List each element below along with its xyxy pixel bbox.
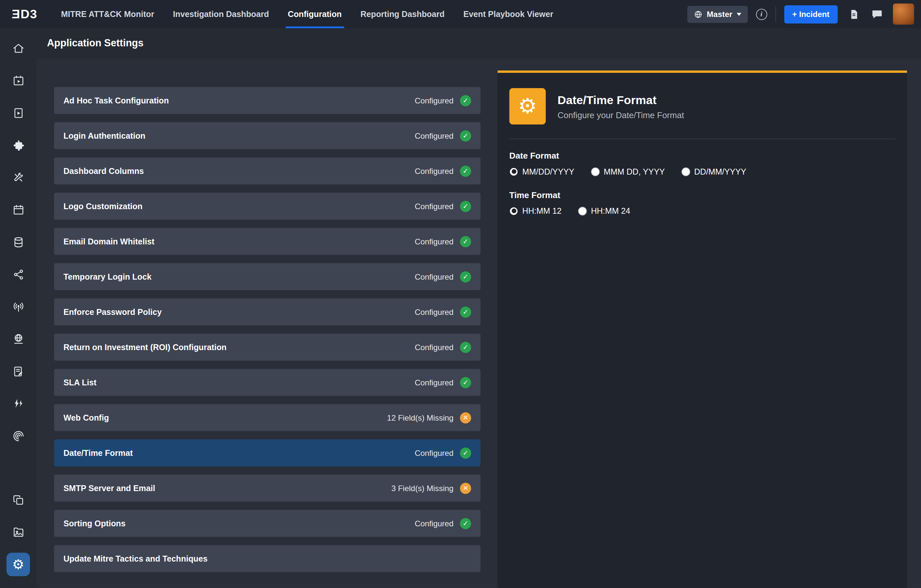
- setting-status: Configured: [415, 271, 471, 282]
- copy-icon[interactable]: [7, 488, 30, 512]
- status-configured-icon: [460, 130, 471, 141]
- web-globe-icon[interactable]: [7, 327, 30, 351]
- status-missing-icon: [460, 482, 471, 494]
- chat-icon[interactable]: [869, 6, 885, 22]
- chevron-down-icon: [736, 13, 741, 16]
- top-navigation-bar: ƎD3 MITRE ATT&CK Monitor Investigation D…: [0, 0, 921, 28]
- settings-list: Ad Hoc Task Configuration Configured Log…: [54, 87, 481, 588]
- settings-item-sla-list[interactable]: SLA List Configured: [54, 369, 481, 396]
- info-icon[interactable]: [756, 8, 767, 19]
- settings-item-web-config[interactable]: Web Config 12 Field(s) Missing: [54, 404, 481, 431]
- settings-item-enforce-password-policy[interactable]: Enforce Password Policy Configured: [54, 298, 481, 325]
- broadcast-icon[interactable]: [7, 295, 30, 318]
- setting-label: Logo Customization: [63, 201, 142, 211]
- settings-item-email-domain-whitelist[interactable]: Email Domain Whitelist Configured: [54, 228, 481, 255]
- integrations-puzzle-icon[interactable]: [7, 133, 30, 157]
- settings-item-dashboard-columns[interactable]: Dashboard Columns Configured: [54, 157, 481, 184]
- nav-investigation-dashboard[interactable]: Investigation Dashboard: [164, 0, 278, 28]
- radio-mm-dd-yyyy[interactable]: MM/DD/YYYY: [509, 167, 574, 176]
- setting-label: Ad Hoc Task Configuration: [63, 96, 169, 105]
- master-label: Master: [707, 10, 732, 19]
- date-format-options: MM/DD/YYYY MMM DD, YYYY DD/MM/YYYY: [509, 167, 895, 176]
- setting-label: SMTP Server and Email: [63, 483, 155, 493]
- nav-reporting-dashboard[interactable]: Reporting Dashboard: [351, 0, 454, 28]
- radio-selected-icon: [509, 167, 518, 176]
- radio-hh-mm-12[interactable]: HH:MM 12: [509, 206, 562, 216]
- setting-label: Temporary Login Lock: [63, 272, 151, 281]
- status-configured-icon: [460, 166, 471, 177]
- setting-status: Configured: [415, 342, 471, 353]
- nav-mitre-attack-monitor[interactable]: MITRE ATT&CK Monitor: [52, 0, 164, 28]
- settings-item-roi-configuration[interactable]: Return on Investment (ROI) Configuration…: [54, 333, 481, 361]
- settings-item-update-mitre-tactics[interactable]: Update Mitre Tactics and Techniques: [54, 545, 481, 572]
- avatar[interactable]: [893, 3, 914, 25]
- setting-label: Sorting Options: [63, 518, 125, 528]
- image-folder-icon[interactable]: [7, 520, 30, 544]
- setting-status: Configured: [415, 306, 471, 317]
- status-configured-icon: [460, 306, 471, 317]
- video-report-icon[interactable]: [7, 101, 30, 125]
- status-configured-icon: [460, 236, 471, 247]
- globe-icon: [694, 10, 703, 19]
- radio-unselected-icon: [681, 167, 690, 176]
- radio-selected-icon: [509, 206, 518, 215]
- time-format-group: Time Format HH:MM 12 HH:MM 24: [509, 190, 895, 215]
- settings-item-date-time-format[interactable]: Date/Time Format Configured: [54, 439, 481, 466]
- panel-title: Date/Time Format: [557, 93, 684, 106]
- status-configured-icon: [460, 377, 471, 388]
- radio-dd-mm-yyyy[interactable]: DD/MM/YYYY: [681, 167, 746, 176]
- status-configured-icon: [460, 447, 471, 458]
- monitor-calendar-icon[interactable]: [7, 69, 30, 93]
- status-missing-icon: [460, 412, 471, 423]
- radio-mmm-dd-yyyy[interactable]: MMM DD, YYYY: [591, 167, 665, 176]
- setting-status: Configured: [415, 447, 471, 458]
- settings-item-smtp-server-and-email[interactable]: SMTP Server and Email 3 Field(s) Missing: [54, 474, 481, 502]
- setting-label: Return on Investment (ROI) Configuration: [63, 342, 226, 352]
- setting-status: Configured: [415, 201, 471, 212]
- gear-icon: [12, 558, 24, 571]
- status-configured-icon: [460, 201, 471, 212]
- setting-status: Configured: [415, 236, 471, 247]
- new-incident-button[interactable]: + Incident: [784, 5, 838, 23]
- nav-configuration[interactable]: Configuration: [278, 0, 351, 28]
- panel-subtitle: Configure your Date/Time Format: [557, 110, 684, 120]
- settings-item-login-authentication[interactable]: Login Authentication Configured: [54, 122, 481, 149]
- calendar-icon[interactable]: [7, 198, 30, 222]
- panel-body: Date Format MM/DD/YYYY MMM DD, YYYY: [498, 139, 907, 242]
- setting-label: Update Mitre Tactics and Techniques: [63, 554, 208, 563]
- settings-item-temporary-login-lock[interactable]: Temporary Login Lock Configured: [54, 263, 481, 290]
- setting-label: Enforce Password Policy: [63, 307, 161, 317]
- database-icon[interactable]: [7, 231, 30, 254]
- date-format-label: Date Format: [509, 151, 895, 161]
- setting-label: Login Authentication: [63, 131, 145, 140]
- icon-sidebar: [0, 28, 37, 588]
- settings-item-ad-hoc-task-configuration[interactable]: Ad Hoc Task Configuration Configured: [54, 87, 481, 114]
- page-title: Application Settings: [37, 28, 921, 59]
- setting-status: Configured: [415, 95, 471, 106]
- form-edit-icon[interactable]: [7, 360, 30, 383]
- status-configured-icon: [460, 271, 471, 282]
- setting-status: Configured: [415, 518, 471, 529]
- topbar-divider: [775, 6, 776, 22]
- primary-nav: MITRE ATT&CK Monitor Investigation Dashb…: [52, 0, 563, 28]
- master-selector[interactable]: Master: [687, 6, 748, 23]
- settings-item-logo-customization[interactable]: Logo Customization Configured: [54, 193, 481, 219]
- time-format-label: Time Format: [509, 190, 895, 200]
- settings-gear-icon[interactable]: [7, 553, 30, 576]
- document-icon[interactable]: [846, 6, 861, 22]
- status-configured-icon: [460, 95, 471, 106]
- fingerprint-icon[interactable]: [7, 424, 30, 448]
- setting-status: Configured: [415, 166, 471, 177]
- radio-unselected-icon: [591, 167, 600, 176]
- setting-label: Dashboard Columns: [63, 166, 143, 175]
- utility-tools-icon[interactable]: [7, 166, 30, 189]
- automation-bolt-icon[interactable]: [7, 392, 30, 416]
- panel-heading-text: Date/Time Format Configure your Date/Tim…: [557, 93, 684, 119]
- share-nodes-icon[interactable]: [7, 263, 30, 286]
- settings-item-sorting-options[interactable]: Sorting Options Configured: [54, 510, 481, 537]
- status-configured-icon: [460, 518, 471, 529]
- nav-event-playbook-viewer[interactable]: Event Playbook Viewer: [454, 0, 563, 28]
- home-icon[interactable]: [7, 37, 30, 60]
- main-panel: Ad Hoc Task Configuration Configured Log…: [37, 59, 921, 588]
- radio-hh-mm-24[interactable]: HH:MM 24: [578, 206, 630, 216]
